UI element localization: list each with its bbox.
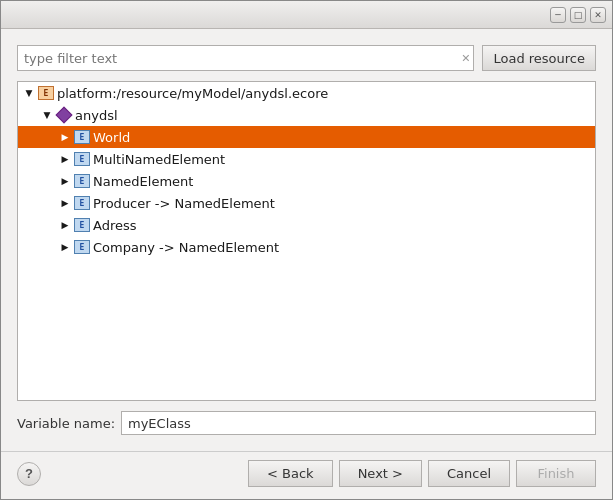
tree-item-company[interactable]: E Company -> NamedElement — [18, 236, 595, 258]
tree-item-world[interactable]: E World — [18, 126, 595, 148]
variable-row: Variable name: — [17, 411, 596, 435]
tree-item-named[interactable]: E NamedElement — [18, 170, 595, 192]
eclass-company-icon: E — [74, 240, 90, 254]
tree-container[interactable]: E platform:/resource/myModel/anydsl.ecor… — [17, 81, 596, 401]
expand-arrow-adress[interactable] — [58, 218, 72, 232]
dialog-content: ✕ Load resource E platform:/resource/myM… — [1, 29, 612, 451]
ecore-file-icon: E — [38, 86, 54, 100]
tree-item-root[interactable]: E platform:/resource/myModel/anydsl.ecor… — [18, 82, 595, 104]
variable-name-input[interactable] — [121, 411, 596, 435]
tree-item-anydsl[interactable]: anydsl — [18, 104, 595, 126]
filter-row: ✕ Load resource — [17, 45, 596, 71]
tree-item-adress-label: Adress — [93, 218, 137, 233]
eclass-world-icon: E — [74, 130, 90, 144]
eclass-multi-icon: E — [74, 152, 90, 166]
close-button[interactable]: ✕ — [590, 7, 606, 23]
navigation-buttons: < Back Next > Cancel Finish — [248, 460, 596, 487]
expand-arrow-producer[interactable] — [58, 196, 72, 210]
dialog-window: ─ □ ✕ ✕ Load resource E platform:/resour… — [0, 0, 613, 500]
tree-item-root-label: platform:/resource/myModel/anydsl.ecore — [57, 86, 328, 101]
filter-clear-icon[interactable]: ✕ — [461, 52, 470, 65]
expand-arrow-company[interactable] — [58, 240, 72, 254]
back-button[interactable]: < Back — [248, 460, 333, 487]
variable-label: Variable name: — [17, 416, 115, 431]
eclass-adress-icon: E — [74, 218, 90, 232]
cancel-button[interactable]: Cancel — [428, 460, 510, 487]
tree-item-anydsl-label: anydsl — [75, 108, 118, 123]
next-button[interactable]: Next > — [339, 460, 422, 487]
package-icon — [56, 107, 72, 123]
eclass-named-icon: E — [74, 174, 90, 188]
expand-arrow-root[interactable] — [22, 86, 36, 100]
finish-button[interactable]: Finish — [516, 460, 596, 487]
expand-arrow-multi[interactable] — [58, 152, 72, 166]
tree-item-multi[interactable]: E MultiNamedElement — [18, 148, 595, 170]
minimize-button[interactable]: ─ — [550, 7, 566, 23]
maximize-button[interactable]: □ — [570, 7, 586, 23]
tree-item-world-label: World — [93, 130, 130, 145]
filter-input-wrapper: ✕ — [17, 45, 474, 71]
load-resource-button[interactable]: Load resource — [482, 45, 596, 71]
expand-arrow-anydsl[interactable] — [40, 108, 54, 122]
tree-item-company-label: Company -> NamedElement — [93, 240, 279, 255]
button-row: ? < Back Next > Cancel Finish — [1, 451, 612, 499]
filter-input[interactable] — [17, 45, 474, 71]
expand-arrow-world[interactable] — [58, 130, 72, 144]
tree-item-multi-label: MultiNamedElement — [93, 152, 225, 167]
tree-item-adress[interactable]: E Adress — [18, 214, 595, 236]
expand-arrow-named[interactable] — [58, 174, 72, 188]
titlebar: ─ □ ✕ — [1, 1, 612, 29]
tree-item-producer[interactable]: E Producer -> NamedElement — [18, 192, 595, 214]
eclass-producer-icon: E — [74, 196, 90, 210]
tree-item-named-label: NamedElement — [93, 174, 193, 189]
help-button[interactable]: ? — [17, 462, 41, 486]
tree-item-producer-label: Producer -> NamedElement — [93, 196, 275, 211]
